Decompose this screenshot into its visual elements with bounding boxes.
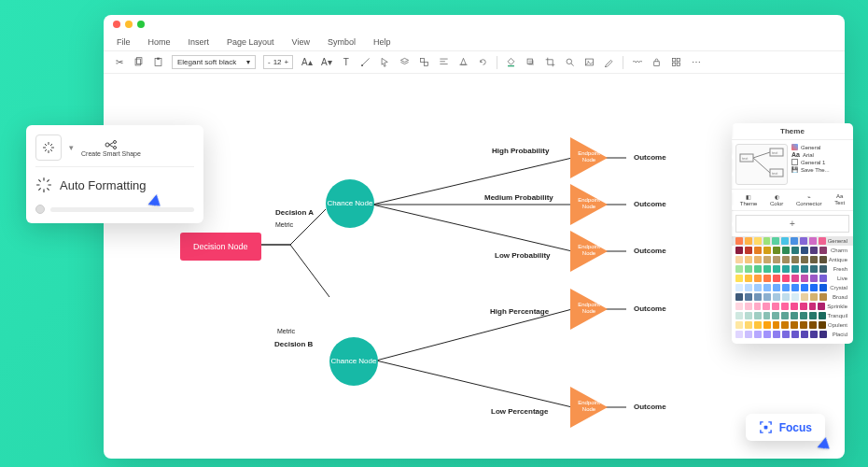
swatch [735, 331, 743, 338]
svg-text:text: text [742, 156, 749, 161]
swatch [745, 275, 752, 282]
add-palette-button[interactable]: + [735, 215, 849, 233]
connector-tool-icon[interactable] [359, 56, 371, 68]
svg-text:text: text [772, 150, 778, 155]
swatch [810, 265, 818, 273]
swatch [791, 247, 799, 254]
auto-formatting-button[interactable]: Auto Formatting [35, 167, 194, 193]
swatch [763, 321, 771, 329]
palette-name: Broad [833, 294, 849, 300]
focus-button[interactable]: Focus [746, 414, 825, 441]
prop-connector[interactable]: ⌁Connector [796, 193, 822, 206]
group-icon[interactable] [418, 56, 430, 68]
menu-file[interactable]: File [117, 37, 131, 47]
endpoint-5[interactable]: Endpoint Node [570, 387, 608, 428]
chance-node-b[interactable]: Chance Node [329, 337, 378, 386]
text-tool-icon[interactable]: T [340, 56, 352, 68]
auto-format-popup: ▾ Create Smart Shape Auto Formatting [26, 125, 203, 223]
swatch [763, 284, 771, 291]
layers-icon[interactable] [399, 56, 411, 68]
palette-row-live[interactable]: Live [732, 274, 853, 283]
auto-layout-button[interactable] [35, 134, 62, 161]
endpoint-3[interactable]: Endpoint Node [570, 231, 608, 272]
copy-icon[interactable] [133, 56, 145, 68]
shadow-icon[interactable] [525, 56, 537, 68]
image-icon[interactable] [583, 56, 595, 68]
menu-help[interactable]: Help [373, 37, 391, 47]
canvas[interactable]: Decision Node Chance Node Chance Node De… [122, 99, 826, 449]
swatch [791, 256, 799, 263]
pointer-tool-icon[interactable] [379, 56, 391, 68]
branch-decision-b: Decision B [274, 340, 313, 348]
endpoint-4[interactable]: Endpoint Node [570, 289, 608, 330]
swatch [810, 275, 818, 282]
cut-icon[interactable]: ✂ [113, 56, 125, 68]
theme-preview[interactable]: texttexttext [735, 144, 788, 185]
preview-opt-general[interactable]: General [791, 144, 849, 150]
palette-name: Opulent [828, 322, 849, 328]
branch-decision-a: Decision A [275, 208, 314, 217]
palette-row-opulent[interactable]: Opulent [732, 320, 853, 330]
swatch [801, 284, 808, 291]
crop-icon[interactable] [544, 56, 556, 68]
chevron-down-icon[interactable]: ▾ [69, 143, 74, 152]
min-dot[interactable] [125, 21, 133, 28]
menu-view[interactable]: View [292, 37, 310, 47]
svg-rect-17 [677, 63, 679, 65]
swatch [735, 303, 743, 310]
prop-color[interactable]: ◐Color [770, 193, 783, 206]
palette-row-antique[interactable]: Antique [732, 255, 853, 264]
more-icon[interactable]: ⋯ [690, 56, 702, 68]
chance-node-a[interactable]: Chance Node [326, 179, 374, 228]
endpoint-2[interactable]: Endpoint Node [570, 184, 608, 225]
endpoint-1[interactable]: Endpoint Node [570, 137, 608, 178]
metric-b: Metric [277, 328, 295, 334]
menu-home[interactable]: Home [148, 37, 171, 47]
paste-icon[interactable] [152, 56, 164, 68]
palette-row-broad[interactable]: Broad [732, 292, 853, 302]
menu-page-layout[interactable]: Page Layout [227, 37, 274, 47]
font-size-select[interactable]: -12+ [263, 55, 293, 69]
close-dot[interactable] [113, 21, 120, 28]
font-size-up-icon[interactable]: A▴ [301, 56, 313, 68]
palette-row-charm[interactable]: Charm [732, 246, 853, 255]
swatch [763, 312, 771, 319]
palette-row-general[interactable]: General [732, 236, 853, 246]
grid-icon[interactable] [670, 56, 682, 68]
prop-theme[interactable]: ◧Theme [740, 193, 758, 206]
palette-row-fresh[interactable]: Fresh [732, 264, 853, 274]
align-icon[interactable] [438, 56, 450, 68]
outcome-5: Outcome [634, 403, 666, 411]
menu-symbol[interactable]: Symbol [328, 37, 356, 47]
font-size-down-icon[interactable]: A▾ [320, 56, 332, 68]
menu-insert[interactable]: Insert [189, 37, 210, 47]
swatch [791, 265, 799, 273]
swatch [735, 284, 743, 291]
line-style-icon[interactable]: 〰 [631, 56, 643, 68]
max-dot[interactable] [137, 21, 145, 28]
swatch [754, 312, 762, 319]
swatch [754, 247, 762, 254]
pen-icon[interactable] [603, 56, 615, 68]
palette-row-tranquil[interactable]: Tranquil [732, 311, 853, 320]
prop-text[interactable]: AaText [834, 193, 845, 206]
palette-row-crystal[interactable]: Crystal [732, 283, 853, 292]
rotate-icon[interactable] [477, 56, 489, 68]
preview-opt-save[interactable]: 💾Save The... [791, 166, 849, 173]
search-icon[interactable] [564, 56, 576, 68]
decision-node[interactable]: Decision Node [180, 233, 261, 261]
svg-point-4 [361, 64, 363, 66]
swatch [819, 275, 827, 282]
swatch [819, 312, 826, 319]
svg-rect-9 [529, 60, 535, 65]
palette-row-placid[interactable]: Placid [732, 330, 853, 339]
lock-icon[interactable] [651, 56, 663, 68]
distribute-icon[interactable] [457, 56, 469, 68]
palette-row-sprinkle[interactable]: Sprinkle [732, 302, 853, 311]
preview-opt-set[interactable]: General 1 [791, 159, 849, 165]
create-smart-shape-button[interactable]: Create Smart Shape [81, 139, 141, 157]
font-select[interactable]: Elegant soft black▾ [172, 55, 256, 69]
fill-icon[interactable] [505, 56, 517, 68]
svg-rect-5 [421, 58, 425, 62]
preview-opt-font[interactable]: AaArial [791, 151, 849, 158]
